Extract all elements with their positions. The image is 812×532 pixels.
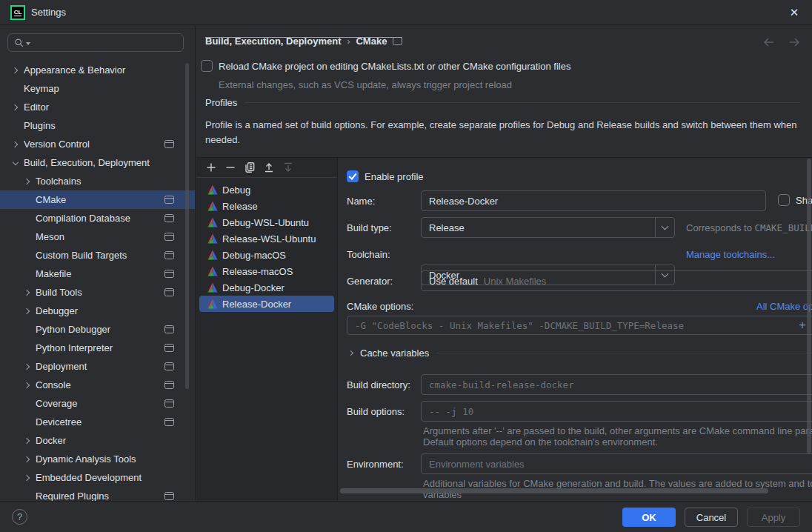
profiles-list-panel: DebugReleaseDebug-WSL-UbuntuRelease-WSL-… [196, 158, 338, 501]
project-settings-icon [164, 325, 174, 333]
profile-item-release[interactable]: Release [199, 198, 334, 214]
sidebar-item-console[interactable]: Console [0, 376, 195, 394]
sidebar-item-label: Required Plugins [36, 491, 109, 501]
build-type-select[interactable]: Release [421, 217, 675, 238]
cancel-button[interactable]: Cancel [685, 508, 738, 527]
chevron-right-icon[interactable] [22, 365, 33, 369]
sidebar-item-makefile[interactable]: Makefile [0, 265, 195, 283]
search-input[interactable] [7, 33, 184, 52]
sidebar-item-label: Coverage [36, 398, 77, 409]
profile-item-debug-macos[interactable]: Debug-macOS [199, 247, 334, 263]
sidebar-item-label: Toolchains [36, 176, 81, 187]
all-cmake-options-link[interactable]: All CMake options [756, 301, 812, 312]
profile-item-debug-wsl-ubuntu[interactable]: Debug-WSL-Ubuntu [199, 214, 334, 230]
dialog-footer: ? OK Cancel Apply [0, 501, 812, 532]
sidebar-item-dynamic-analysis-tools[interactable]: Dynamic Analysis Tools [0, 450, 195, 468]
checkbox-checked-icon[interactable] [347, 170, 359, 182]
apply-button[interactable]: Apply [747, 508, 800, 527]
copy-profile-button[interactable] [243, 162, 256, 174]
cmake-profile-icon [207, 201, 218, 211]
chevron-right-icon[interactable] [22, 383, 33, 388]
build-type-hint: Corresponds to CMAKE_BUILD_TYPE [686, 222, 812, 233]
sidebar-item-build-execution-deployment[interactable]: Build, Execution, Deployment [0, 153, 195, 172]
chevron-right-icon[interactable] [348, 350, 353, 356]
sidebar-item-required-plugins[interactable]: Required Plugins [0, 487, 195, 501]
sidebar-item-label: Python Debugger [36, 324, 110, 335]
search-options-caret-icon[interactable] [26, 42, 30, 45]
profile-item-debug-docker[interactable]: Debug-Docker [199, 279, 334, 296]
sidebar-item-build-tools[interactable]: Build Tools [0, 283, 195, 302]
manage-toolchains-link[interactable]: Manage toolchains... [686, 249, 775, 260]
chevron-right-icon[interactable] [22, 309, 33, 313]
sidebar-item-version-control[interactable]: Version Control [0, 135, 195, 153]
chevron-down-icon[interactable] [655, 218, 674, 237]
chevron-right-icon[interactable] [10, 68, 21, 73]
checkbox-icon[interactable] [778, 194, 790, 206]
sidebar-item-deployment[interactable]: Deployment [0, 357, 195, 376]
sidebar-item-coverage[interactable]: Coverage [0, 394, 195, 413]
sidebar-item-toolchains[interactable]: Toolchains [0, 172, 195, 190]
close-icon[interactable]: ✕ [787, 5, 802, 20]
sidebar-item-label: Makefile [36, 268, 71, 279]
profile-item-debug[interactable]: Debug [199, 182, 334, 198]
profiles-section-title: Profiles [205, 97, 237, 108]
enable-profile-checkbox[interactable]: Enable profile [347, 170, 424, 182]
toolchain-label: Toolchain: [347, 249, 390, 260]
chevron-right-icon[interactable] [22, 439, 33, 443]
profile-editor: DebugReleaseDebug-WSL-UbuntuRelease-WSL-… [196, 157, 812, 501]
chevron-right-icon[interactable] [10, 105, 21, 110]
profile-item-release-wsl-ubuntu[interactable]: Release-WSL-Ubuntu [199, 230, 334, 247]
sidebar-item-python-debugger[interactable]: Python Debugger [0, 320, 195, 339]
sidebar-item-compilation-database[interactable]: Compilation Database [0, 209, 195, 227]
build-directory-field[interactable]: cmake-build-release-docker [421, 374, 812, 395]
chevron-right-icon[interactable] [22, 179, 33, 184]
cache-variables-section[interactable]: Cache variables [349, 348, 812, 359]
chevron-right-icon[interactable] [22, 457, 33, 462]
vertical-scrollbar[interactable] [807, 159, 811, 453]
build-options-field[interactable]: -- -j 10 [421, 401, 812, 422]
horizontal-scrollbar[interactable] [340, 488, 768, 493]
move-up-button[interactable] [262, 162, 275, 174]
sidebar-item-label: Custom Build Targets [36, 250, 127, 261]
sidebar-item-embedded-development[interactable]: Embedded Development [0, 468, 195, 487]
sidebar-item-docker[interactable]: Docker [0, 431, 195, 450]
checkbox-icon[interactable] [201, 60, 213, 72]
chevron-right-icon[interactable] [22, 290, 33, 295]
sidebar-item-python-interpreter[interactable]: Python Interpreter [0, 339, 195, 357]
chevron-right-icon[interactable] [22, 476, 33, 480]
project-settings-icon [164, 399, 174, 408]
sidebar-scrollbar[interactable] [185, 63, 189, 389]
profile-item-release-macos[interactable]: Release-macOS [199, 263, 334, 279]
remove-profile-button[interactable] [224, 162, 236, 174]
add-profile-button[interactable] [204, 162, 217, 174]
sidebar-item-plugins[interactable]: Plugins [0, 116, 195, 135]
help-icon[interactable]: ? [12, 509, 27, 525]
expand-options-icon[interactable]: + [799, 318, 806, 333]
sidebar-item-meson[interactable]: Meson [0, 227, 195, 246]
sidebar-item-keymap[interactable]: Keymap [0, 79, 195, 98]
sidebar-item-editor[interactable]: Editor [0, 98, 195, 116]
sidebar-item-cmake[interactable]: CMake [0, 190, 195, 209]
search-icon [14, 38, 24, 48]
name-field[interactable]: Release-Docker [421, 190, 766, 211]
sidebar-item-debugger[interactable]: Debugger [0, 302, 195, 320]
move-down-button[interactable] [282, 162, 294, 174]
sidebar-item-appearance-behavior[interactable]: Appearance & Behavior [0, 61, 195, 79]
window-title: Settings [31, 7, 66, 18]
chevron-right-icon[interactable] [10, 142, 21, 147]
generator-field[interactable]: Use default Unix Makefiles [421, 270, 812, 291]
section-divider [436, 353, 812, 353]
profile-item-label: Debug-Docker [222, 282, 284, 293]
profile-item-release-docker[interactable]: Release-Docker [199, 296, 334, 312]
project-settings-icon [164, 492, 174, 500]
forward-arrow-icon[interactable] [788, 37, 800, 47]
back-arrow-icon[interactable] [763, 37, 775, 47]
environment-field[interactable]: Environment variables [421, 453, 812, 474]
reload-cmake-checkbox[interactable]: Reload CMake project on editing CMakeLis… [201, 60, 570, 72]
sidebar-item-devicetree[interactable]: Devicetree [0, 413, 195, 431]
ok-button[interactable]: OK [622, 508, 676, 527]
sidebar-item-custom-build-targets[interactable]: Custom Build Targets [0, 246, 195, 265]
chevron-down-icon[interactable] [10, 162, 21, 164]
cmake-options-field[interactable]: -G "CodeBlocks - Unix Makefiles" -DCMAKE… [347, 316, 812, 335]
cmake-profile-icon [207, 233, 218, 244]
